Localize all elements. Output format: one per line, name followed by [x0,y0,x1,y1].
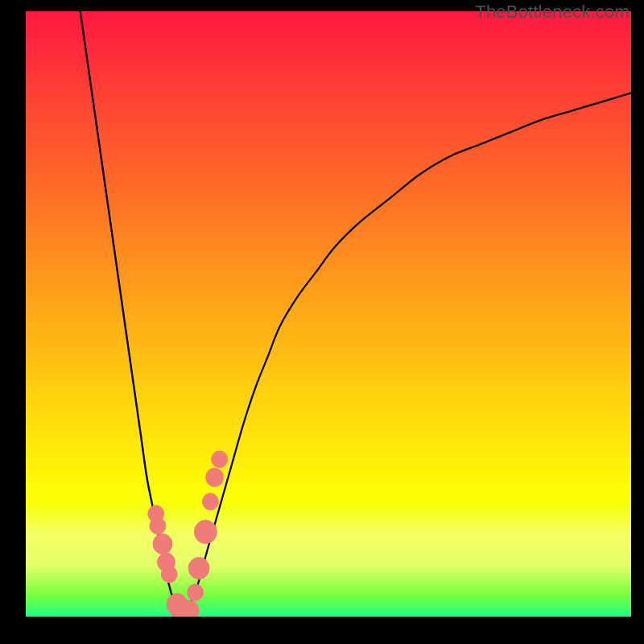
chart-green-band [26,505,631,617]
chart-svg [26,11,631,617]
chart-dot [153,534,172,554]
chart-dot [206,468,224,486]
chart-dot [202,493,218,510]
chart-dot [150,518,166,535]
watermark: TheBottleneck.com [475,2,630,23]
chart-plot-area [26,11,631,617]
chart-dot [188,584,204,601]
chart-dot [212,451,228,468]
chart-canvas: TheBottleneck.com [0,0,644,644]
chart-dot [188,557,209,579]
chart-dot [194,520,217,543]
chart-dot [180,601,199,617]
chart-dot [161,566,177,583]
